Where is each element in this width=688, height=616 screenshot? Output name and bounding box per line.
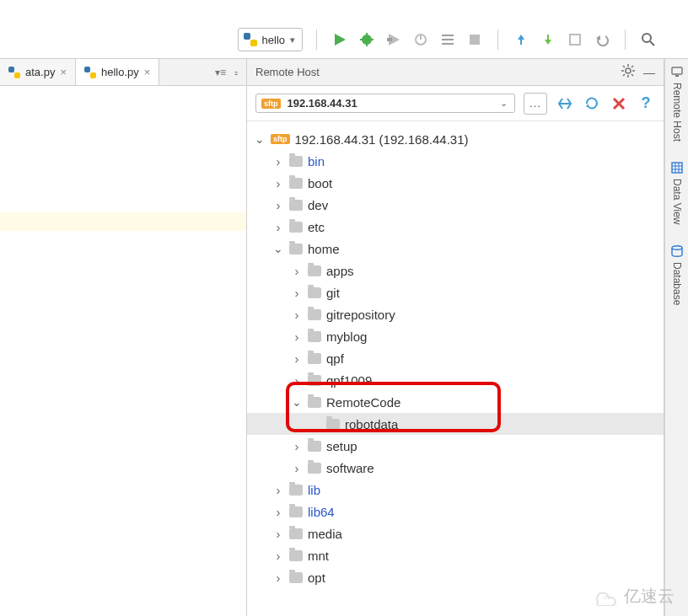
svg-marker-0 (335, 34, 346, 46)
chevron-right-icon[interactable]: › (272, 483, 284, 497)
chevron-right-icon[interactable]: › (272, 198, 284, 212)
tree-node-apps[interactable]: ›apps (247, 260, 664, 281)
tree-node-qpf1009[interactable]: ›qpf1009 (247, 369, 664, 391)
svg-rect-10 (442, 35, 454, 36)
chevron-right-icon[interactable]: › (272, 176, 284, 190)
svg-point-16 (642, 34, 651, 42)
folder-icon (289, 485, 303, 495)
host-selected-label: 192.168.44.31 (288, 97, 357, 110)
stop-button[interactable] (465, 30, 484, 49)
svg-line-25 (632, 66, 633, 67)
diff-icon[interactable] (556, 94, 574, 113)
svg-rect-33 (672, 163, 682, 173)
side-data-view[interactable]: Data View (671, 162, 683, 224)
vcs-history-button[interactable] (566, 30, 584, 49)
folder-icon (308, 353, 321, 364)
chevron-right-icon[interactable]: › (272, 570, 284, 585)
run-button[interactable] (331, 30, 349, 49)
vcs-update-button[interactable] (512, 30, 530, 49)
search-button[interactable] (639, 30, 658, 49)
tab-menu-icon[interactable]: ₂ (234, 67, 238, 78)
tree-node-etc[interactable]: ›etc (247, 216, 664, 238)
folder-icon (308, 309, 321, 320)
side-database[interactable]: Database (671, 245, 683, 305)
tree-node-opt[interactable]: ›opt (247, 566, 664, 588)
side-label: Remote Host (671, 83, 683, 142)
folder-icon (289, 178, 303, 189)
chevron-right-icon[interactable]: › (291, 286, 303, 300)
tree-node-dev[interactable]: ›dev (247, 194, 664, 216)
chevron-right-icon[interactable]: › (291, 264, 303, 278)
folder-icon (289, 550, 303, 561)
tree-node-mnt[interactable]: ›mnt (247, 544, 664, 566)
svg-point-18 (626, 68, 631, 73)
hide-panel-icon[interactable]: — (643, 66, 655, 79)
chevron-down-icon[interactable]: ⌄ (254, 132, 266, 146)
tree-node-media[interactable]: ›media (247, 522, 664, 544)
refresh-icon[interactable] (583, 94, 601, 113)
tree-node-bin[interactable]: ›bin (247, 150, 664, 172)
chevron-right-icon[interactable]: › (291, 308, 303, 322)
host-selector[interactable]: sftp 192.168.44.31 ⌄ (255, 94, 515, 113)
vcs-commit-button[interactable] (539, 30, 557, 49)
chevron-right-icon[interactable]: › (272, 505, 284, 519)
python-icon (244, 33, 257, 46)
tree-node-home[interactable]: ⌄home (247, 238, 664, 260)
tree-node-git[interactable]: ›git (247, 281, 664, 303)
tree-node-192-168-44-31-192-168-44-31-[interactable]: ⌄sftp192.168.44.31 (192.168.44.31) (247, 128, 664, 150)
tree-node-software[interactable]: ›software (247, 457, 664, 479)
tree-node-label: setup (326, 439, 357, 453)
close-icon[interactable]: × (60, 66, 67, 78)
chevron-right-icon[interactable]: › (291, 439, 303, 453)
folder-icon (289, 156, 303, 167)
editor-body[interactable] (0, 86, 246, 616)
more-button[interactable]: ... (524, 93, 547, 115)
python-file-icon (8, 67, 20, 78)
folder-icon (308, 441, 321, 452)
chevron-right-icon[interactable]: › (291, 351, 303, 366)
remote-tree[interactable]: ⌄sftp192.168.44.31 (192.168.44.31)›bin›b… (247, 121, 664, 616)
close-icon[interactable]: × (144, 66, 151, 78)
chevron-right-icon[interactable]: › (272, 154, 284, 169)
undo-button[interactable] (593, 30, 611, 49)
tab-ata[interactable]: ata.py × (0, 59, 76, 85)
sftp-badge-icon: sftp (261, 99, 281, 109)
chevron-down-icon[interactable]: ⌄ (291, 395, 303, 409)
coverage-button[interactable] (384, 30, 403, 49)
tree-node-lib[interactable]: ›lib (247, 479, 664, 501)
tree-node-remotecode[interactable]: ⌄RemoteCode (247, 391, 664, 413)
tree-node-label: bin (308, 154, 325, 169)
breadcrumbs-toggle-icon[interactable]: ▾≡ (215, 67, 226, 78)
tree-node-label: RemoteCode (326, 395, 400, 410)
side-remote-host[interactable]: Remote Host (671, 66, 683, 142)
chevron-right-icon[interactable]: › (291, 329, 303, 344)
debug-button[interactable] (357, 30, 376, 49)
tree-node-boot[interactable]: ›boot (247, 172, 664, 194)
tree-node-robotdata[interactable]: robotdata (247, 413, 664, 435)
chevron-right-icon[interactable]: › (291, 461, 303, 475)
tree-node-label: software (326, 461, 374, 475)
profile-button[interactable] (411, 30, 430, 49)
tree-node-lib64[interactable]: ›lib64 (247, 501, 664, 522)
tree-node-label: home (308, 242, 340, 256)
tree-node-gitrepository[interactable]: ›gitrepository (247, 303, 664, 325)
svg-rect-3 (366, 44, 368, 46)
chevron-right-icon[interactable]: › (272, 220, 284, 234)
concurrent-button[interactable] (438, 30, 457, 49)
delete-icon[interactable] (610, 94, 628, 113)
chevron-right-icon[interactable]: › (272, 527, 284, 541)
chevron-right-icon[interactable]: › (291, 373, 303, 388)
chevron-down-icon: ⌄ (500, 98, 508, 109)
tree-node-myblog[interactable]: ›myblog (247, 325, 664, 347)
chevron-right-icon[interactable]: › (272, 549, 284, 563)
help-icon[interactable]: ? (637, 94, 655, 113)
tree-node-qpf[interactable]: ›qpf (247, 347, 664, 369)
tree-node-setup[interactable]: ›setup (247, 435, 664, 457)
editor-tabstrip: ata.py × hello.py × ▾≡ ₂ (0, 59, 246, 86)
sftp-badge-icon: sftp (271, 134, 290, 144)
chevron-down-icon[interactable]: ⌄ (272, 242, 284, 255)
tab-hello[interactable]: hello.py × (76, 59, 159, 85)
folder-icon (289, 528, 303, 539)
gear-icon[interactable] (621, 64, 635, 80)
run-config-selector[interactable]: hello ▾ (238, 28, 303, 51)
